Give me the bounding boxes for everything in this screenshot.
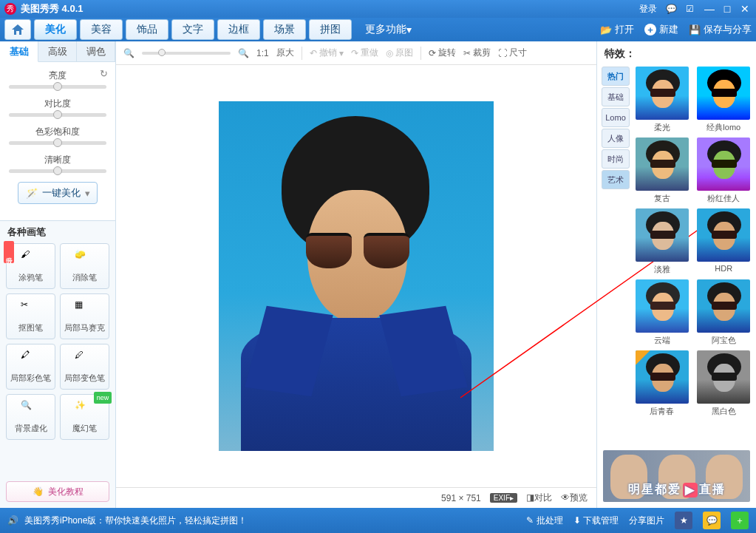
close-button[interactable]: ✕ <box>738 3 752 15</box>
effect-thumb <box>697 208 750 262</box>
effects-title: 特效： <box>597 41 756 67</box>
subtab-advanced[interactable]: 高级 <box>38 41 77 61</box>
bottom-bar: 🔊 美图秀秀iPhone版：帮你快速美化照片，轻松搞定拼图！ ✎ 批处理 ⬇ 下… <box>0 508 756 533</box>
tab-frame[interactable]: 边框 <box>217 19 260 40</box>
open-button[interactable]: 📂打开 <box>600 23 634 36</box>
slider-track[interactable] <box>9 113 106 117</box>
reset-icon[interactable]: ↻ <box>100 68 108 79</box>
slider-1: 对比度 <box>9 98 106 117</box>
home-button[interactable] <box>4 19 31 40</box>
effect-cat-2[interactable]: Lomo <box>602 108 630 127</box>
camera-icon: ▶ <box>683 483 698 498</box>
home-icon <box>11 24 24 35</box>
canvas[interactable] <box>116 65 596 487</box>
save-share-button[interactable]: 💾保存与分享 <box>689 23 752 36</box>
effect-cat-5[interactable]: 艺术 <box>602 170 630 189</box>
subtab-color[interactable]: 调色 <box>77 41 115 61</box>
rotate-button[interactable]: ⟳旋转 <box>429 47 456 59</box>
brush-4[interactable]: 🖍 局部彩色笔 <box>6 344 55 390</box>
tab-collage[interactable]: 拼图 <box>309 19 352 40</box>
tab-scene[interactable]: 场景 <box>263 19 306 40</box>
exif-button[interactable]: EXIF▸ <box>490 493 517 503</box>
brush-label: 背景虚化 <box>15 423 47 434</box>
zoom-out-icon[interactable]: 🔍 <box>123 48 134 58</box>
zoom-slider[interactable] <box>142 52 231 55</box>
app-logo: 秀 <box>4 3 16 15</box>
size-button[interactable]: ⛶尺寸 <box>498 47 527 59</box>
checkbox-icon[interactable]: ☑ <box>686 4 694 14</box>
effect-thumb <box>636 350 689 404</box>
title-bar: 秀 美图秀秀 4.0.1 登录 💬 ☑ ― □ ✕ <box>0 0 756 18</box>
zoom-original-button[interactable]: 原大 <box>276 47 294 59</box>
effect-8[interactable]: 后青春 <box>634 350 690 417</box>
tab-text[interactable]: 文字 <box>171 19 214 40</box>
effect-thumb <box>697 67 750 120</box>
slider-0: 亮度 <box>9 69 106 89</box>
download-button[interactable]: ⬇ 下载管理 <box>573 515 619 527</box>
save-icon: 💾 <box>689 24 701 35</box>
brush-icon: 🖍 <box>21 350 41 370</box>
effect-thumb <box>697 350 750 404</box>
add-button[interactable]: ＋ <box>731 512 749 529</box>
maximize-button[interactable]: □ <box>721 3 734 15</box>
effect-4[interactable]: 淡雅 <box>634 208 690 275</box>
one-click-beautify-button[interactable]: 🪄一键美化 <box>18 182 98 204</box>
slider-label: 亮度 <box>9 69 106 82</box>
undo-button[interactable]: ↶撤销▾ <box>310 47 344 59</box>
effect-cat-4[interactable]: 时尚 <box>602 149 630 169</box>
effect-cat-3[interactable]: 人像 <box>602 129 630 148</box>
speaker-icon[interactable]: 🔊 <box>7 515 18 526</box>
tab-decoration[interactable]: 饰品 <box>126 19 168 40</box>
minimize-button[interactable]: ― <box>703 3 716 15</box>
crop-button[interactable]: ✂裁剪 <box>463 47 491 59</box>
social-weibo-icon[interactable]: 💬 <box>703 512 721 529</box>
feedback-icon[interactable]: 💬 <box>666 4 677 14</box>
login-link[interactable]: 登录 <box>639 3 657 16</box>
zoom-in-icon[interactable]: 🔍 <box>238 48 249 58</box>
tab-beautify[interactable]: 美化 <box>34 19 77 40</box>
tab-more[interactable]: 更多功能 ▾ <box>355 19 422 40</box>
preview-button[interactable]: 👁预览 <box>561 492 588 504</box>
zoom-11-button[interactable]: 1:1 <box>256 48 269 58</box>
brush-icon: 🖌 <box>21 249 41 270</box>
effect-1[interactable]: 经典lomo <box>696 67 752 133</box>
effect-thumb <box>697 138 750 191</box>
slider-2: 色彩饱和度 <box>9 126 106 145</box>
right-panel: 特效： 热门基础Lomo人像时尚艺术 柔光 经典lomo 复古 粉红佳人 淡雅 … <box>596 41 756 508</box>
effect-5[interactable]: HDR <box>696 208 752 275</box>
brush-2[interactable]: ✂ 抠图笔 <box>6 293 55 339</box>
slider-label: 对比度 <box>9 98 106 110</box>
brush-0[interactable]: 升级 🖌 涂鸦笔 <box>6 243 55 289</box>
brush-7[interactable]: new ✨ 魔幻笔 <box>60 394 109 440</box>
app-title: 美图秀秀 4.0.1 <box>21 2 84 16</box>
slider-label: 色彩饱和度 <box>9 126 106 138</box>
subtab-basic[interactable]: 基础 <box>0 41 38 62</box>
brush-6[interactable]: 🔍 背景虚化 <box>6 394 55 440</box>
new-button[interactable]: +新建 <box>644 23 678 36</box>
effect-2[interactable]: 复古 <box>634 138 690 204</box>
redo-button[interactable]: ↷重做 <box>351 47 378 59</box>
brush-label: 局部彩色笔 <box>10 373 51 384</box>
tab-beauty[interactable]: 美容 <box>80 19 123 40</box>
effect-3[interactable]: 粉红佳人 <box>696 138 752 204</box>
ad-banner[interactable]: 明星都爱▶直播 <box>603 450 750 502</box>
brush-1[interactable]: 🧽 消除笔 <box>60 243 109 289</box>
brush-icon: 🔍 <box>21 400 41 421</box>
compare-button[interactable]: ◨对比 <box>526 492 552 504</box>
tutorial-button[interactable]: 👋美化教程 <box>6 481 109 502</box>
effect-cat-1[interactable]: 基础 <box>602 87 630 106</box>
effect-6[interactable]: 云端 <box>634 279 690 346</box>
effect-7[interactable]: 阿宝色 <box>696 279 752 346</box>
brush-3[interactable]: ▦ 局部马赛克 <box>60 293 109 339</box>
batch-button[interactable]: ✎ 批处理 <box>526 515 562 527</box>
slider-track[interactable] <box>9 169 106 173</box>
slider-track[interactable] <box>9 141 106 145</box>
share-image-button[interactable]: 分享图片 <box>629 515 664 527</box>
slider-track[interactable] <box>9 85 106 89</box>
original-button[interactable]: ◎原图 <box>386 47 413 59</box>
effect-0[interactable]: 柔光 <box>634 67 690 133</box>
social-qzone-icon[interactable]: ★ <box>675 512 692 529</box>
effect-cat-0[interactable]: 热门 <box>602 67 630 86</box>
brush-5[interactable]: 🖊 局部变色笔 <box>60 344 109 390</box>
effect-9[interactable]: 黑白色 <box>696 350 752 417</box>
